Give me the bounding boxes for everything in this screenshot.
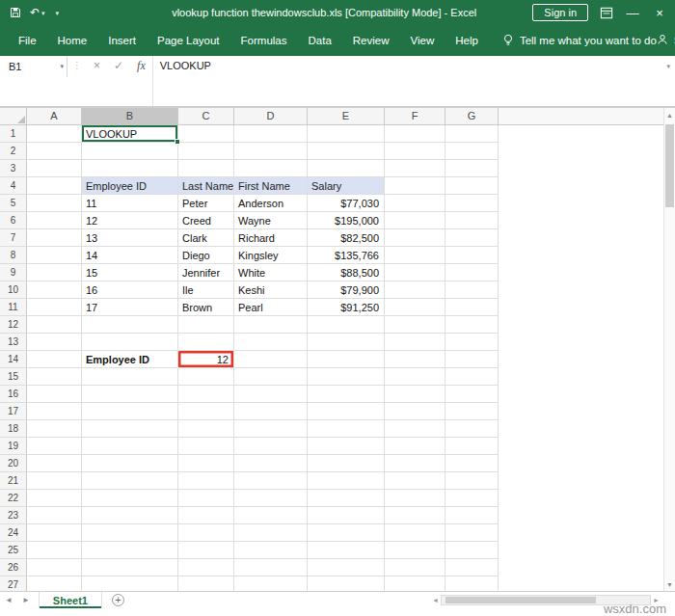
cell-G11[interactable] xyxy=(446,299,499,316)
cell-D3[interactable] xyxy=(234,160,308,177)
ribbon-display-options-icon[interactable] xyxy=(600,7,613,19)
cell-B27[interactable] xyxy=(82,576,178,591)
cell-B17[interactable] xyxy=(82,403,178,420)
cell-B15[interactable] xyxy=(82,368,178,386)
cell-B10[interactable]: 16 xyxy=(82,281,178,299)
cell-A16[interactable] xyxy=(27,386,82,403)
cell-A3[interactable] xyxy=(27,160,82,177)
select-all-button[interactable] xyxy=(0,108,27,125)
cell-E12[interactable] xyxy=(308,316,385,334)
cell-C23[interactable] xyxy=(178,507,234,524)
cell-D23[interactable] xyxy=(234,507,308,524)
cell-A19[interactable] xyxy=(27,438,82,455)
cell-A13[interactable] xyxy=(27,334,82,351)
row-header-1[interactable]: 1 xyxy=(0,125,27,143)
cell-C1[interactable] xyxy=(178,125,234,143)
cell-C5[interactable]: Peter xyxy=(178,195,234,212)
cell-G4[interactable] xyxy=(446,177,499,195)
cell-D27[interactable] xyxy=(234,576,308,591)
cell-B4[interactable]: Employee ID xyxy=(82,177,178,195)
row-header-9[interactable]: 9 xyxy=(0,264,27,281)
cell-E25[interactable] xyxy=(308,542,385,559)
cell-A20[interactable] xyxy=(27,455,82,472)
column-header-G[interactable]: G xyxy=(446,108,499,125)
cell-F7[interactable] xyxy=(385,229,446,247)
cell-E17[interactable] xyxy=(308,403,385,420)
cell-C12[interactable] xyxy=(178,316,234,334)
row-header-10[interactable]: 10 xyxy=(0,281,27,299)
cell-A2[interactable] xyxy=(27,143,82,160)
tab-review[interactable]: Review xyxy=(342,25,400,56)
cell-F13[interactable] xyxy=(385,334,446,351)
cell-F17[interactable] xyxy=(385,403,446,420)
cell-F16[interactable] xyxy=(385,386,446,403)
cell-G10[interactable] xyxy=(446,281,499,299)
column-header-F[interactable]: F xyxy=(385,108,446,125)
cell-D11[interactable]: Pearl xyxy=(234,299,308,316)
cell-F25[interactable] xyxy=(385,542,446,559)
cell-A9[interactable] xyxy=(27,264,82,281)
cell-F8[interactable] xyxy=(385,247,446,264)
cell-E21[interactable] xyxy=(308,472,385,490)
cell-A22[interactable] xyxy=(27,490,82,507)
formula-bar-expand-icon[interactable]: ▾ xyxy=(664,56,675,70)
sheet-tab-sheet1[interactable]: Sheet1 xyxy=(39,592,102,608)
cell-E7[interactable]: $82,500 xyxy=(308,229,385,247)
row-header-24[interactable]: 24 xyxy=(0,524,27,542)
cell-E4[interactable]: Salary xyxy=(308,177,385,195)
cell-A27[interactable] xyxy=(27,576,82,591)
cell-G14[interactable] xyxy=(446,351,499,368)
save-icon[interactable] xyxy=(10,7,21,18)
cell-G15[interactable] xyxy=(446,368,499,386)
cell-F3[interactable] xyxy=(385,160,446,177)
cell-C9[interactable]: Jennifer xyxy=(178,264,234,281)
cell-A1[interactable] xyxy=(27,125,82,143)
enter-button[interactable]: ✓ xyxy=(107,56,130,72)
cell-E18[interactable] xyxy=(308,420,385,438)
cell-E1[interactable] xyxy=(308,125,385,143)
cell-B26[interactable] xyxy=(82,559,178,576)
cell-B14[interactable]: Employee ID xyxy=(82,351,178,368)
row-header-4[interactable]: 4 xyxy=(0,177,27,195)
cell-A8[interactable] xyxy=(27,247,82,264)
scroll-left-icon[interactable]: ◄ xyxy=(430,597,441,603)
vertical-scrollbar[interactable]: ▲ ▼ xyxy=(663,108,675,591)
cell-G16[interactable] xyxy=(446,386,499,403)
row-header-17[interactable]: 17 xyxy=(0,403,27,420)
cell-D18[interactable] xyxy=(234,420,308,438)
cell-D21[interactable] xyxy=(234,472,308,490)
cell-B21[interactable] xyxy=(82,472,178,490)
cell-C6[interactable]: Creed xyxy=(178,212,234,229)
cell-F5[interactable] xyxy=(385,195,446,212)
cell-E26[interactable] xyxy=(308,559,385,576)
row-header-23[interactable]: 23 xyxy=(0,507,27,524)
cell-A21[interactable] xyxy=(27,472,82,490)
cell-F9[interactable] xyxy=(385,264,446,281)
cell-A6[interactable] xyxy=(27,212,82,229)
cell-E6[interactable]: $195,000 xyxy=(308,212,385,229)
cell-F27[interactable] xyxy=(385,576,446,591)
cell-B7[interactable]: 13 xyxy=(82,229,178,247)
cell-B19[interactable] xyxy=(82,438,178,455)
cell-F26[interactable] xyxy=(385,559,446,576)
cell-C13[interactable] xyxy=(178,334,234,351)
row-header-20[interactable]: 20 xyxy=(0,455,27,472)
customize-toolbar-icon[interactable]: ▾ xyxy=(56,10,60,16)
cell-F19[interactable] xyxy=(385,438,446,455)
cell-C22[interactable] xyxy=(178,490,234,507)
cell-F1[interactable] xyxy=(385,125,446,143)
tab-formulas[interactable]: Formulas xyxy=(230,25,298,56)
cell-E27[interactable] xyxy=(308,576,385,591)
cell-C26[interactable] xyxy=(178,559,234,576)
cell-G19[interactable] xyxy=(446,438,499,455)
cell-E19[interactable] xyxy=(308,438,385,455)
sheet-nav-left-icon[interactable]: ◄ xyxy=(0,596,17,604)
cell-B2[interactable] xyxy=(82,143,178,160)
cell-A11[interactable] xyxy=(27,299,82,316)
cell-D4[interactable]: First Name xyxy=(234,177,308,195)
cell-F18[interactable] xyxy=(385,420,446,438)
cell-D13[interactable] xyxy=(234,334,308,351)
tell-me-box[interactable]: Tell me what you want to do xyxy=(502,34,657,48)
cell-E11[interactable]: $91,250 xyxy=(308,299,385,316)
cell-G17[interactable] xyxy=(446,403,499,420)
